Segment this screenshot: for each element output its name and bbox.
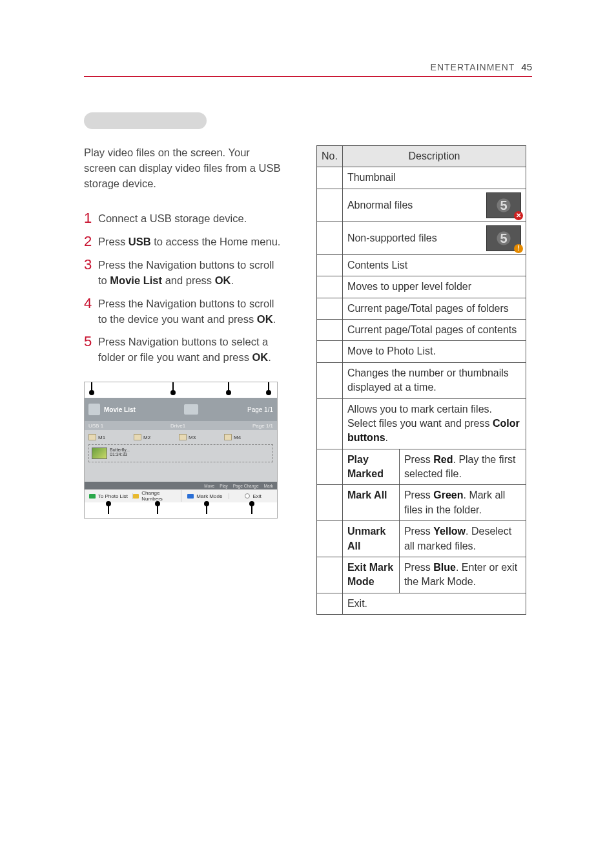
table-row: Mark AllPress Green. Mark all files in t…	[317, 485, 526, 521]
table-row: Non-supported files5!	[317, 221, 526, 254]
table-row: Contents List	[317, 254, 526, 276]
step-item: 1Connect a USB storage device.	[84, 210, 281, 227]
file-name: Butterfly...	[110, 448, 130, 452]
table-row: Allows you to mark certain files. Select…	[317, 398, 526, 449]
table-row: Abnormal files5✕	[317, 189, 526, 221]
hint-item: Mark	[264, 484, 273, 488]
table-row: Current page/Total pages of folders	[317, 298, 526, 319]
footer-item: To Photo List	[85, 493, 133, 499]
description-table: No. Description ThumbnailAbnormal files5…	[316, 145, 526, 615]
step-number: 2	[84, 233, 98, 250]
desc-cell: Abnormal files5✕	[342, 189, 526, 221]
drive-label: Drive1	[170, 423, 185, 429]
table-row: Move to Photo List.	[317, 341, 526, 362]
section-name: ENTERTAINMENT	[431, 62, 515, 72]
step-text: Press the Navigation buttons to scroll t…	[98, 256, 281, 289]
sub-label: Play Marked	[342, 449, 399, 485]
sub-label: Mark All	[342, 485, 399, 521]
sub-label: Exit Mark Mode	[342, 557, 399, 593]
hint-item: Move	[204, 484, 214, 488]
sub-label: Unmark All	[342, 521, 399, 557]
hint-item: Play	[220, 484, 228, 488]
table-row: Unmark AllPress Yellow. Deselect all mar…	[317, 521, 526, 557]
drive-page: Page 1/1	[252, 423, 273, 429]
footer-item: Exit	[229, 493, 277, 499]
folder-item: M2	[134, 434, 176, 440]
desc-cell: Changes the number or thumbnails display…	[342, 362, 526, 398]
step-number: 3	[84, 256, 98, 273]
table-row: Changes the number or thumbnails display…	[317, 362, 526, 398]
desc-cell: Moves to upper level folder	[342, 276, 526, 298]
desc-cell: Non-supported files5!	[342, 221, 526, 254]
file-duration: 01:34:33	[110, 452, 130, 457]
table-row: Exit Mark ModePress Blue. Enter or exit …	[317, 557, 526, 593]
step-number: 5	[84, 333, 98, 350]
hint-item: Page Change	[233, 484, 259, 488]
warning-icon: !	[514, 244, 523, 253]
error-icon: ✕	[514, 211, 523, 220]
sub-desc: Press Yellow. Deselect all marked files.	[399, 521, 526, 557]
step-item: 4Press the Navigation buttons to scroll …	[84, 295, 281, 327]
desc-cell: Allows you to mark certain files. Select…	[342, 398, 526, 449]
table-row: Play MarkedPress Red. Play the first sel…	[317, 449, 526, 485]
step-text: Press the Navigation buttons to scroll t…	[98, 295, 281, 327]
section-pill	[84, 112, 207, 129]
table-row: Current page/Total pages of contents	[317, 319, 526, 340]
table-row: Exit.	[317, 593, 526, 614]
step-text: Press Navigation buttons to select a fol…	[98, 333, 281, 365]
table-head-no: No.	[317, 146, 343, 167]
sub-desc: Press Green. Mark all files in the folde…	[399, 485, 526, 521]
folder-item: M1	[88, 434, 131, 440]
file-thumbnail	[92, 448, 107, 459]
page-number: 45	[521, 61, 532, 72]
thumb-icon: 5✕	[486, 192, 521, 218]
table-head-desc: Description	[342, 146, 526, 167]
step-number: 1	[84, 210, 98, 227]
step-text: Press USB to access the Home menu.	[98, 233, 280, 250]
folder-item: M4	[224, 434, 267, 440]
step-item: 2Press USB to access the Home menu.	[84, 233, 281, 250]
desc-cell: Current page/Total pages of folders	[342, 298, 526, 319]
sub-desc: Press Red. Play the first selected file.	[399, 449, 526, 485]
footer-item: Change Numbers	[133, 490, 181, 502]
step-number: 4	[84, 295, 98, 312]
folder-item: M3	[179, 434, 221, 440]
usb-label: USB 1	[88, 423, 103, 429]
sub-desc: Press Blue. Enter or exit the Mark Mode.	[399, 557, 526, 593]
intro-text: Play video files on the screen. Your scr…	[84, 145, 281, 192]
folder-up-icon	[184, 404, 198, 415]
ui-screenshot: Movie List Page 1/1 USB 1 Drive1 Page 1/…	[84, 382, 278, 519]
step-text: Connect a USB storage device.	[98, 210, 247, 227]
desc-cell: Move to Photo List.	[342, 341, 526, 362]
screenshot-title: Movie List	[104, 406, 136, 413]
desc-cell: Contents List	[342, 254, 526, 276]
desc-cell: Current page/Total pages of contents	[342, 319, 526, 340]
steps-list: 1Connect a USB storage device.2Press USB…	[84, 210, 281, 366]
screenshot-page: Page 1/1	[247, 406, 273, 413]
step-item: 3Press the Navigation buttons to scroll …	[84, 256, 281, 289]
thumb-icon: 5!	[486, 225, 521, 251]
step-item: 5Press Navigation buttons to select a fo…	[84, 333, 281, 365]
table-row: Moves to upper level folder	[317, 276, 526, 298]
table-row: Thumbnail	[317, 167, 526, 189]
desc-cell: Thumbnail	[342, 167, 526, 189]
movie-icon	[88, 404, 100, 415]
footer-item: Mark Mode	[181, 493, 230, 499]
desc-cell: Exit.	[342, 593, 526, 614]
